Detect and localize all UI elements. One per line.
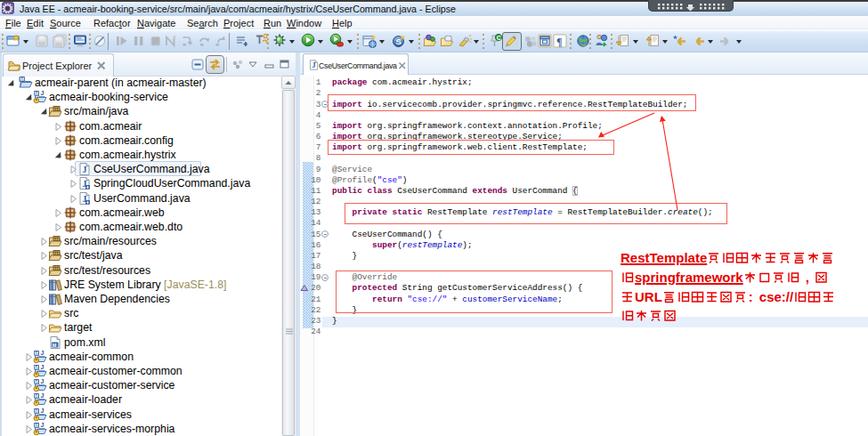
svg-text:¶: ¶ <box>556 36 562 48</box>
svg-text:M: M <box>35 408 39 413</box>
svg-text:J: J <box>41 350 45 356</box>
svg-text:M: M <box>35 91 39 96</box>
svg-text:J: J <box>41 364 45 370</box>
svg-text:J: J <box>41 408 45 414</box>
svg-text:J: J <box>41 378 45 384</box>
svg-text:M: M <box>20 77 24 82</box>
svg-text:M: M <box>53 342 57 347</box>
svg-text:M: M <box>35 365 39 370</box>
svg-text:S: S <box>396 36 402 46</box>
svg-text:J: J <box>83 165 87 174</box>
svg-text:J: J <box>41 90 45 96</box>
svg-text:J: J <box>41 422 45 428</box>
svg-text:M: M <box>35 350 39 355</box>
svg-text:M: M <box>35 393 39 399</box>
svg-text:J: J <box>41 392 45 399</box>
svg-text:M: M <box>35 422 39 427</box>
svg-text:C: C <box>497 35 501 41</box>
svg-text:M: M <box>35 379 39 384</box>
svg-text:J: J <box>312 61 315 69</box>
